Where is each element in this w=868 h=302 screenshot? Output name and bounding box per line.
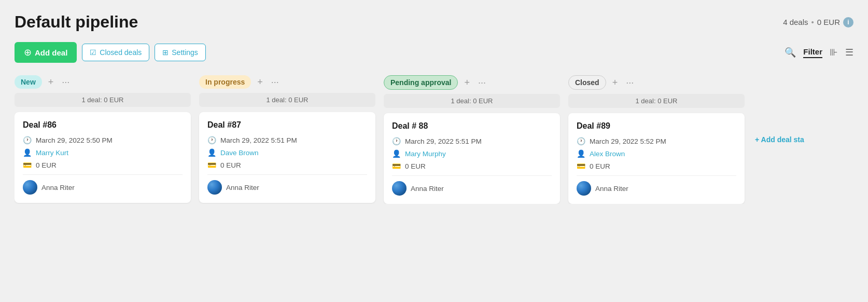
clock-icon: 🕐 [23,136,32,144]
deal-contact[interactable]: Dave Brown [220,149,259,157]
toolbar-right: 🔍 Filter ⊪ ☰ [785,47,853,58]
deal-divider [577,175,736,176]
avatar [207,180,222,195]
deal-assignee: Anna Riter [392,181,552,196]
amount-icon: 💳 [23,161,32,169]
deal-date-field: 🕐 March 29, 2022 5:50 PM [23,136,183,144]
add-deal-inprogress-button[interactable]: + [255,76,265,89]
toolbar-left: ⊕ Add deal ☑ Closed deals ⊞ Settings [15,42,206,63]
deal-date-field: 🕐 March 29, 2022 5:51 PM [392,137,552,145]
deal-amount: 0 EUR [590,162,610,170]
assignee-name: Anna Riter [595,185,628,193]
deal-assignee: Anna Riter [23,180,183,195]
contact-icon: 👤 [23,148,32,157]
assignee-name: Anna Riter [226,184,259,191]
deal-amount-field: 💳 0 EUR [207,161,367,169]
add-deal-button[interactable]: ⊕ Add deal [15,42,77,63]
amount-icon: 💳 [207,161,216,169]
eur-summary: 0 EUR [817,18,840,26]
column-pending: Pending approval+···1 deal: 0 EUR Deal #… [384,75,560,204]
column-inprogress: In progress+···1 deal: 0 EUR Deal #87 🕐 … [199,75,375,204]
deal-amount: 0 EUR [220,161,241,169]
deal-title: Deal #86 [23,120,183,130]
column-label-new: New [15,75,42,89]
separator-dot: • [811,18,814,26]
more-options-pending-button[interactable]: ··· [476,76,488,89]
deal-date-field: 🕐 March 29, 2022 5:51 PM [207,136,367,144]
deal-date: March 29, 2022 5:52 PM [590,138,666,145]
column-summary-closed: 1 deal: 0 EUR [568,94,745,108]
contact-icon: 👤 [392,149,401,158]
deal-contact-field: 👤 Marry Kurt [23,148,183,157]
deal-title: Deal #87 [207,120,367,130]
deal-card[interactable]: Deal # 88 🕐 March 29, 2022 5:51 PM 👤 Mar… [384,113,560,204]
deal-card[interactable]: Deal #86 🕐 March 29, 2022 5:50 PM 👤 Marr… [15,112,191,203]
deal-title: Deal # 88 [392,121,552,131]
search-icon[interactable]: 🔍 [785,47,796,58]
avatar [23,180,37,195]
deal-contact[interactable]: Mary Murphy [405,150,446,158]
deal-date-field: 🕐 March 29, 2022 5:52 PM [577,137,736,145]
amount-icon: 💳 [392,162,401,170]
more-options-closed-button[interactable]: ··· [624,76,636,89]
add-deal-new-button[interactable]: + [46,76,56,89]
plus-circle-icon: ⊕ [24,47,32,58]
columns-view-icon[interactable]: ⊪ [830,47,838,58]
add-deal-pending-button[interactable]: + [462,76,472,89]
checkbox-icon: ☑ [90,48,96,57]
deal-card[interactable]: Deal #89 🕐 March 29, 2022 5:52 PM 👤 Alex… [568,113,745,204]
column-header-new: New+··· [15,75,191,89]
more-options-inprogress-button[interactable]: ··· [269,76,281,89]
header-row: Default pipeline 4 deals • 0 EUR i [15,12,853,32]
add-deal-closed-button[interactable]: + [610,76,620,89]
page-container: Default pipeline 4 deals • 0 EUR i ⊕ Add… [0,0,868,302]
info-icon[interactable]: i [843,17,853,28]
clock-icon: 🕐 [207,136,216,144]
deal-amount-field: 💳 0 EUR [577,162,736,170]
column-new: New+···1 deal: 0 EUR Deal #86 🕐 March 29… [15,75,191,204]
column-closed: Closed+···1 deal: 0 EUR Deal #89 🕐 March… [568,75,745,204]
amount-icon: 💳 [577,162,585,170]
settings-button[interactable]: ⊞ Settings [155,44,206,61]
more-options-new-button[interactable]: ··· [60,76,72,89]
column-label-inprogress: In progress [199,75,251,89]
deal-contact-field: 👤 Alex Brown [577,149,736,158]
filter-button[interactable]: Filter [803,47,822,58]
add-deal-stage-button[interactable]: + Add deal sta [753,75,806,204]
header-right: 4 deals • 0 EUR i [783,17,853,28]
settings-icon: ⊞ [162,48,169,57]
column-label-closed: Closed [568,75,606,90]
page-title: Default pipeline [15,12,138,32]
closed-deals-button[interactable]: ☑ Closed deals [82,44,149,61]
column-summary-new: 1 deal: 0 EUR [15,93,191,107]
deal-divider [392,175,552,176]
column-summary-inprogress: 1 deal: 0 EUR [199,93,375,107]
deal-contact[interactable]: Alex Brown [590,150,625,158]
deal-assignee: Anna Riter [577,181,736,196]
clock-icon: 🕐 [577,137,585,145]
assignee-name: Anna Riter [41,184,75,191]
deal-contact-field: 👤 Mary Murphy [392,149,552,158]
deal-date: March 29, 2022 5:50 PM [36,136,113,144]
assignee-name: Anna Riter [411,185,444,193]
deal-divider [207,174,367,175]
column-header-inprogress: In progress+··· [199,75,375,89]
deal-contact[interactable]: Marry Kurt [36,149,68,157]
column-label-pending: Pending approval [384,75,458,90]
column-header-closed: Closed+··· [568,75,745,90]
deal-card[interactable]: Deal #87 🕐 March 29, 2022 5:51 PM 👤 Dave… [199,112,375,203]
deal-date: March 29, 2022 5:51 PM [220,136,297,144]
deals-count: 4 deals [783,18,808,26]
deal-divider [23,174,183,175]
deal-amount: 0 EUR [36,161,57,169]
deal-contact-field: 👤 Dave Brown [207,148,367,157]
list-view-icon[interactable]: ☰ [845,47,853,58]
deal-assignee: Anna Riter [207,180,367,195]
deal-amount: 0 EUR [405,162,426,170]
deal-amount-field: 💳 0 EUR [23,161,183,169]
columns-area: New+···1 deal: 0 EUR Deal #86 🕐 March 29… [15,75,853,204]
toolbar-row: ⊕ Add deal ☑ Closed deals ⊞ Settings 🔍 F… [15,42,853,63]
avatar [577,181,591,196]
deal-date: March 29, 2022 5:51 PM [405,138,482,145]
contact-icon: 👤 [577,149,585,158]
